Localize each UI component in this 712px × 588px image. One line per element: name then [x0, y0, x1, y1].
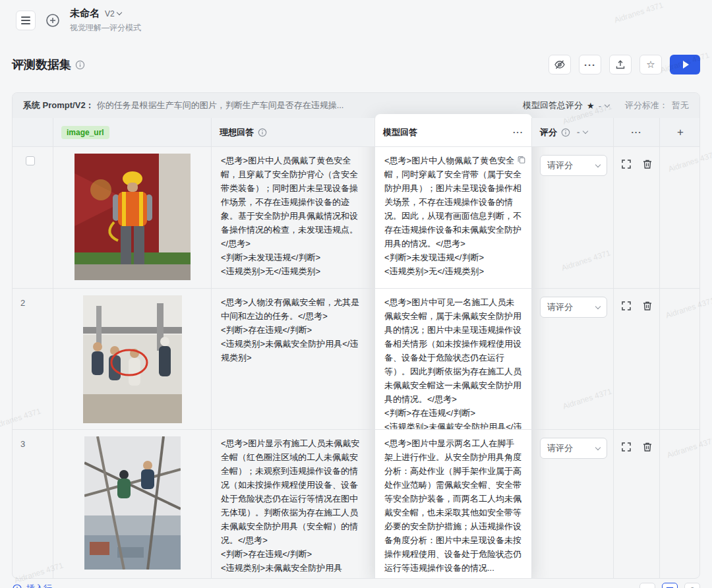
version-selector[interactable]: V2	[105, 9, 121, 18]
ideal-answer-cell: <思考>图片显示有施工人员未佩戴安全帽（红色圈注区域的工人未佩戴安全帽）；未观察…	[212, 430, 375, 579]
dataset-table-card: 系统 Prompt/V2： 你的任务是根据生产车间的图片，判断生产车间是否存在违…	[12, 92, 700, 579]
trash-icon	[642, 159, 653, 169]
run-button[interactable]	[670, 55, 700, 74]
menu-button[interactable]	[16, 11, 36, 30]
row-index-cell: 2	[13, 289, 53, 430]
criteria-label: 评分标准：	[625, 100, 668, 111]
ideal-answer-cell: <思考>图片中人员佩戴了黄色安全帽，且穿戴了安全防护背心（含安全带类装备）；同时…	[212, 147, 375, 289]
expand-row-button[interactable]	[621, 159, 632, 288]
model-answer-cell: <思考>图片中人物佩戴了黄色安全帽，同时穿戴了安全背带（属于安全防护用具）；图片…	[375, 147, 532, 289]
document-title-block: 未命名 V2 视觉理解—评分模式	[70, 7, 141, 34]
row-actions-cell	[614, 289, 660, 430]
circle-plus-icon	[45, 13, 61, 28]
upload-button[interactable]	[609, 55, 632, 74]
model-answer-label: 模型回答	[383, 127, 417, 138]
criteria-value: 暂无	[672, 100, 689, 111]
row-height-button[interactable]	[639, 583, 655, 588]
favorite-button[interactable]: ☆	[639, 55, 662, 74]
ideal-answer-info-icon[interactable]	[258, 128, 267, 137]
model-answer-text: <思考>图片中可见一名施工人员未佩戴安全帽，属于未佩戴安全防护用具的情况；图片中…	[375, 289, 531, 429]
add-column-cell	[660, 289, 700, 430]
score-info-icon[interactable]	[561, 128, 570, 137]
ideal-answer-label: 理想回答	[220, 127, 254, 138]
score-cell: 请评分	[532, 289, 614, 430]
row-image-cell	[53, 430, 212, 579]
row-actions-cell	[614, 430, 660, 579]
expand-icon	[621, 301, 632, 311]
copy-icon[interactable]	[517, 155, 526, 167]
view-mode-button[interactable]	[662, 583, 678, 588]
score-dropdown[interactable]: 请评分	[540, 438, 607, 459]
expand-icon	[621, 442, 632, 452]
model-answer-cell: <思考>图片中显示两名工人在脚手架上进行作业。从安全防护用具角度分析：高处作业（…	[375, 430, 532, 579]
insert-row-label: 插入行	[26, 583, 52, 588]
circle-plus-icon	[12, 583, 22, 588]
dataset-table: image_url 理想回答 模型回答 ··· 评分	[13, 118, 699, 579]
chevron-down-icon	[605, 102, 610, 107]
column-more-button[interactable]: ···	[632, 127, 642, 137]
expand-row-button[interactable]	[621, 442, 632, 579]
header-score: 评分 -	[532, 118, 614, 147]
delete-row-button[interactable]	[642, 442, 653, 579]
row-image-cell	[53, 289, 212, 430]
trash-icon	[642, 442, 653, 452]
upload-icon	[615, 59, 626, 70]
score-dropdown[interactable]: 请评分	[540, 155, 607, 176]
scoring-summary: 模型回答总评分 ★ - 评分标准： 暂无	[523, 100, 689, 111]
header-row-actions: ···	[614, 118, 660, 147]
chevron-down-icon	[583, 129, 588, 134]
chevron-down-icon	[595, 444, 601, 450]
expand-row-button[interactable]	[621, 301, 632, 429]
model-column-more-button[interactable]: ···	[513, 127, 523, 137]
expand-icon	[621, 159, 632, 169]
delete-row-button[interactable]	[642, 159, 653, 288]
table-footer: 插入行 ?	[0, 580, 712, 588]
chevron-down-icon	[116, 10, 121, 15]
row-image-cell	[53, 147, 212, 289]
insert-row-button[interactable]: 插入行	[12, 583, 52, 588]
more-icon: ···	[584, 59, 596, 71]
chevron-down-icon	[595, 162, 601, 167]
row-checkbox[interactable]	[26, 156, 35, 165]
delete-row-button[interactable]	[642, 301, 653, 429]
sample-image-worker-portrait[interactable]	[74, 154, 191, 280]
chevron-down-icon	[595, 303, 601, 309]
score-filter-button[interactable]: -	[577, 127, 579, 137]
eye-off-icon	[554, 59, 566, 71]
row-index-cell: 3	[13, 430, 53, 579]
row-actions-cell	[614, 147, 660, 289]
add-column-button[interactable]: +	[677, 126, 684, 139]
total-score-label: 模型回答总评分	[523, 100, 583, 111]
header-model-answer: 模型回答 ···	[375, 118, 532, 147]
ideal-answer-cell: <思考>人物没有佩戴安全帽，尤其是中间和左边的任务。</思考> <判断>存在违规…	[212, 289, 375, 430]
header-image-url: image_url	[53, 118, 212, 147]
model-answer-cell: <思考>图片中可见一名施工人员未佩戴安全帽，属于未佩戴安全防护用具的情况；图片中…	[375, 289, 532, 430]
more-actions-button[interactable]: ···	[579, 55, 601, 74]
header-add-column: +	[660, 118, 700, 147]
score-placeholder: 请评分	[547, 160, 573, 171]
footer-toolbar: ?	[639, 583, 700, 588]
help-button[interactable]: ?	[684, 583, 700, 588]
score-dropdown[interactable]: 请评分	[540, 297, 607, 318]
add-column-cell	[660, 430, 700, 579]
sample-image-construction-site[interactable]	[83, 295, 182, 423]
score-star-icon[interactable]: ★	[587, 101, 595, 111]
add-column-cell	[660, 147, 700, 289]
row-index: 3	[20, 439, 25, 449]
system-prompt-label: 系统 Prompt/V2：	[23, 100, 94, 111]
hide-columns-button[interactable]	[549, 55, 571, 74]
page-info-icon[interactable]	[75, 60, 85, 70]
score-placeholder: 请评分	[547, 301, 573, 313]
score-label: 评分	[540, 127, 557, 138]
row-index: 2	[20, 298, 25, 308]
score-cell: 请评分	[532, 147, 614, 289]
star-icon: ☆	[646, 59, 655, 71]
total-score-value[interactable]: -	[599, 101, 601, 111]
system-prompt-text[interactable]: 你的任务是根据生产车间的图片，判断生产车间是否存在违规操...	[97, 100, 344, 111]
image-url-tag: image_url	[61, 126, 109, 139]
top-bar: 未命名 V2 视觉理解—评分模式	[0, 0, 712, 41]
sample-image-scaffolding[interactable]	[84, 436, 181, 570]
model-answer-text: <思考>图片中显示两名工人在脚手架上进行作业。从安全防护用具角度分析：高处作业（…	[375, 430, 531, 579]
new-item-button[interactable]	[45, 13, 61, 28]
document-title: 未命名	[70, 7, 100, 20]
